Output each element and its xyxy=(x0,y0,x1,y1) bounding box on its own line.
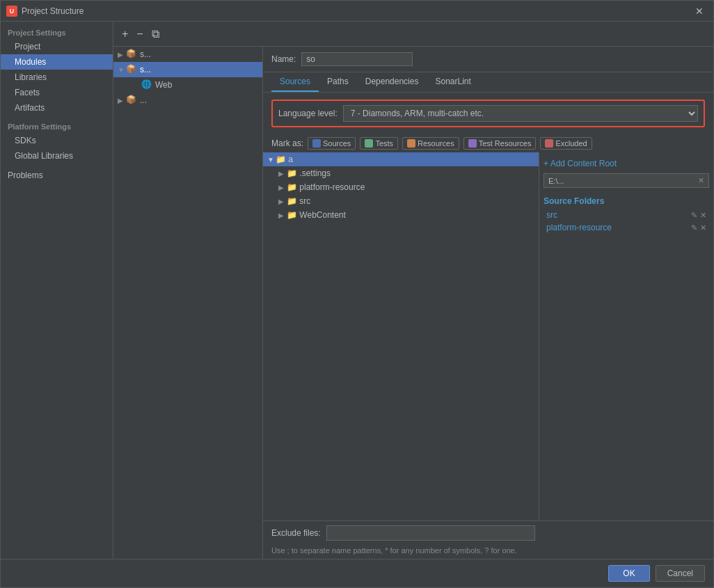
module-tree: ▶ 📦 s... ▼ 📦 s... 🌐 Web xyxy=(113,47,263,559)
file-item-src[interactable]: ▶ 📁 src xyxy=(263,194,539,208)
sources-icon xyxy=(312,139,321,148)
module-icon: 📦 xyxy=(126,49,137,60)
remove-platform-icon[interactable]: ✕ xyxy=(700,223,706,232)
sidebar-item-global-libraries[interactable]: Global Libraries xyxy=(1,148,113,164)
remove-src-icon[interactable]: ✕ xyxy=(700,211,706,220)
close-button[interactable]: ✕ xyxy=(691,4,708,18)
tests-icon xyxy=(365,139,373,148)
mark-as-label: Mark as: xyxy=(271,138,303,148)
project-settings-label: Project Settings xyxy=(1,24,113,39)
module-icon: 📦 xyxy=(126,64,137,75)
expand-arrow: ▶ xyxy=(118,97,126,104)
file-tree-panel: ▼ 📁 a ▶ 📁 .settings xyxy=(263,152,539,521)
mark-as-row: Mark as: Sources Tests Resources xyxy=(263,134,713,152)
window-title: Project Structure xyxy=(22,6,691,16)
expand-arrow: ▶ xyxy=(118,51,126,58)
tree-item-web[interactable]: 🌐 Web xyxy=(113,77,262,93)
dialog-footer: OK Cancel xyxy=(1,559,713,587)
language-level-row: Language level: 7 - Diamonds, ARM, multi… xyxy=(271,100,705,127)
exclude-input[interactable] xyxy=(326,525,535,541)
language-level-label: Language level: xyxy=(278,109,338,118)
name-label: Name: xyxy=(271,54,296,64)
platform-resource-arrow: ▶ xyxy=(278,184,287,191)
tab-sonarlint[interactable]: SonarLint xyxy=(427,72,479,92)
mark-tests-button[interactable]: Tests xyxy=(360,137,398,150)
tree-item-sub1[interactable]: ▶ 📦 ... xyxy=(113,93,262,108)
folder-icon: 🌐 xyxy=(141,79,152,90)
platform-settings-label: Platform Settings xyxy=(1,116,113,133)
content-root-panel: + Add Content Root E:\... ✕ Source Folde… xyxy=(539,152,713,521)
source-folder-src: src ✎ ✕ xyxy=(544,209,709,221)
sources-split: ▼ 📁 a ▶ 📁 .settings xyxy=(263,152,713,521)
source-folder-platform-actions: ✎ ✕ xyxy=(691,223,706,232)
copy-module-button[interactable]: ⧉ xyxy=(149,26,162,42)
src-arrow: ▶ xyxy=(278,198,287,205)
add-module-button[interactable]: + xyxy=(119,26,131,42)
tab-dependencies[interactable]: Dependencies xyxy=(357,72,427,92)
remove-content-root-icon[interactable]: ✕ xyxy=(698,176,704,185)
mark-sources-button[interactable]: Sources xyxy=(308,137,356,150)
tab-sources[interactable]: Sources xyxy=(271,72,319,92)
sidebar-item-modules[interactable]: Modules xyxy=(1,54,113,70)
mark-test-resources-button[interactable]: Test Resources xyxy=(463,137,537,150)
source-folders-label: Source Folders xyxy=(544,196,709,206)
title-bar: U Project Structure ✕ xyxy=(1,1,713,22)
sidebar: Project Settings Project Modules Librari… xyxy=(1,22,113,559)
module-content: ▶ 📦 s... ▼ 📦 s... 🌐 Web xyxy=(113,47,713,559)
source-folder-platform-name: platform-resource xyxy=(546,223,612,232)
tree-item-module1[interactable]: ▶ 📦 s... xyxy=(113,47,262,62)
expand-arrow: ▼ xyxy=(118,66,126,74)
exclude-label: Exclude files: xyxy=(271,528,321,538)
tree-item-module2[interactable]: ▼ 📦 s... xyxy=(113,62,262,77)
module-icon: 📦 xyxy=(126,95,137,106)
sidebar-item-artifacts[interactable]: Artifacts xyxy=(1,100,113,116)
settings-arrow: ▶ xyxy=(278,170,287,177)
main-area: + − ⧉ ▶ 📦 s... ▼ 📦 s... xyxy=(113,22,713,559)
edit-platform-icon[interactable]: ✎ xyxy=(691,223,697,232)
app-icon: U xyxy=(6,6,17,17)
file-item-webcontent[interactable]: ▶ 📁 WebContent xyxy=(263,208,539,222)
sidebar-item-project[interactable]: Project xyxy=(1,39,113,54)
project-structure-dialog: U Project Structure ✕ Project Settings P… xyxy=(0,0,714,588)
mark-resources-button[interactable]: Resources xyxy=(402,137,459,150)
remove-module-button[interactable]: − xyxy=(134,26,145,42)
cancel-button[interactable]: Cancel xyxy=(656,565,705,582)
tab-paths[interactable]: Paths xyxy=(319,72,357,92)
source-folder-src-actions: ✎ ✕ xyxy=(691,211,706,220)
name-input[interactable] xyxy=(301,52,413,66)
file-item-settings[interactable]: ▶ 📁 .settings xyxy=(263,166,539,180)
add-content-root-button[interactable]: + Add Content Root xyxy=(544,157,709,170)
sidebar-item-sdks[interactable]: SDKs xyxy=(1,133,113,148)
sidebar-item-problems[interactable]: Problems xyxy=(1,168,113,183)
excluded-icon xyxy=(545,139,553,148)
sidebar-item-libraries[interactable]: Libraries xyxy=(1,70,113,85)
content-area: Project Settings Project Modules Librari… xyxy=(1,22,713,559)
ok-button[interactable]: OK xyxy=(608,565,649,582)
resources-icon xyxy=(407,139,415,148)
source-folder-platform-resource: platform-resource ✎ ✕ xyxy=(544,221,709,234)
edit-src-icon[interactable]: ✎ xyxy=(691,211,697,220)
root-arrow: ▼ xyxy=(267,156,276,164)
language-level-select[interactable]: 7 - Diamonds, ARM, multi-catch etc. 8 - … xyxy=(343,105,698,122)
file-tree-root[interactable]: ▼ 📁 a xyxy=(263,152,539,166)
test-resources-icon xyxy=(468,139,477,148)
module-toolbar: + − ⧉ xyxy=(113,22,713,47)
sidebar-item-facets[interactable]: Facets xyxy=(1,85,113,100)
tabs-row: Sources Paths Dependencies SonarLint xyxy=(263,72,713,93)
exclude-hint: Use ; to separate name patterns, * for a… xyxy=(263,545,713,559)
name-row: Name: xyxy=(263,47,713,72)
source-folder-src-name: src xyxy=(546,210,557,220)
exclude-row: Exclude files: xyxy=(263,521,713,545)
file-item-platform-resource[interactable]: ▶ 📁 platform-resource xyxy=(263,180,539,194)
mark-excluded-button[interactable]: Excluded xyxy=(540,137,592,150)
right-panel: Name: Sources Paths Dependencies xyxy=(263,47,713,559)
content-root-path: E:\... ✕ xyxy=(544,173,709,188)
webcontent-arrow: ▶ xyxy=(278,212,287,219)
